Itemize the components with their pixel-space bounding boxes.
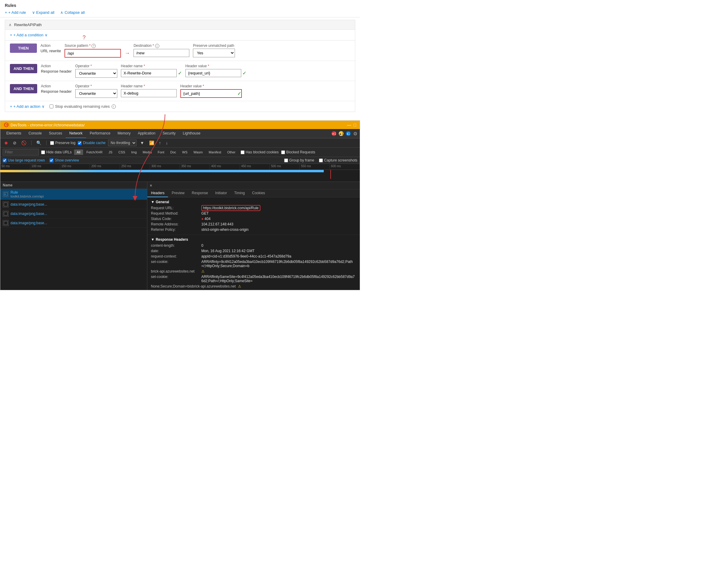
tab-sources[interactable]: Sources [45,129,66,138]
header-name-input-1[interactable] [121,69,177,77]
preserve-select[interactable]: Yes No [193,49,235,57]
add-action-button[interactable]: + + Add an action ∨ [10,104,45,109]
source-pattern-input[interactable] [65,50,120,57]
header-value-input-2[interactable] [181,90,236,97]
none-secure-key: None;Secure;Domain=bisbrick-api.azureweb… [151,284,236,288]
hide-data-urls-label[interactable]: Hide data URLs [41,150,72,154]
header-name-input-2[interactable] [121,89,177,97]
filter-tab-js[interactable]: JS [106,150,115,155]
blocked-cookies-checkbox[interactable] [241,150,244,154]
filter-tab-wasm[interactable]: Wasm [191,150,206,155]
list-item-img-1[interactable]: data:image/png;base... [0,200,147,209]
set-cookie-row-1: set-cookie: ARRAffinty=9c4f412a05eda3ba4… [151,259,356,269]
blocked-cookies-label[interactable]: Has blocked cookies [241,150,279,154]
export-button[interactable]: ↓ [165,140,169,146]
item-text-rule: Rule toolkit.bisbrick.com/api [10,190,44,198]
tab-memory[interactable]: Memory [114,129,134,138]
tab-network[interactable]: Network [66,129,86,138]
general-section-title[interactable]: ▼ General [151,200,356,204]
plus-icon: + [5,10,7,15]
expand-all-button[interactable]: ∨ Expand all [32,10,55,15]
show-overview-label[interactable]: Show overview [50,158,79,162]
and-then-badge-1[interactable]: AND THEN [10,64,37,73]
list-item-img-3[interactable]: data:image/png;base... [0,219,147,228]
show-overview-checkbox[interactable] [50,158,53,162]
clear-button[interactable]: 🚫 [20,140,28,146]
filter-tab-img[interactable]: Img [128,150,139,155]
set-cookie-val-2: ARRAffinitySameSite=9c4f412a05eda3ba410e… [201,275,356,283]
collapse-all-button[interactable]: ∧ Collapse all [60,10,85,15]
detail-tab-timing[interactable]: Timing [231,189,248,197]
maximize-button[interactable]: □ [354,123,356,127]
hide-data-urls-checkbox[interactable] [41,150,45,154]
minimize-button[interactable]: — [347,123,351,127]
preserve-log-checkbox[interactable] [50,141,54,145]
stop-eval-checkbox[interactable] [50,104,53,108]
preserve-log-label[interactable]: Preserve log [50,141,75,145]
filter-tab-doc[interactable]: Doc [168,150,179,155]
operator-select-1[interactable]: Overwrite Append Delete [75,69,117,78]
and-then-badge-2[interactable]: AND THEN [10,84,37,93]
gear-icon[interactable]: ⚙ [353,131,357,136]
blocked-requests-label[interactable]: Blocked Requests [281,150,315,154]
capture-screenshots-label[interactable]: Capture screenshots [319,158,357,162]
record-button[interactable]: ⏺ [3,140,9,146]
info-icon[interactable]: i [155,44,159,48]
tab-console[interactable]: Console [25,129,45,138]
filter-tab-all[interactable]: All [74,150,83,155]
operator-select-2[interactable]: Overwrite Append Delete [75,89,117,98]
general-section: ▼ General Request URL: https://toolkit.b… [147,198,360,235]
item-sub-rule: toolkit.bisbrick.com/api [10,195,44,198]
filter-tab-font[interactable]: Font [155,150,167,155]
operator-label-1: Operator * [75,64,117,68]
then-badge[interactable]: THEN [10,44,37,53]
header-value-input-1[interactable] [185,69,241,77]
search-button[interactable]: 🔍 [35,140,43,146]
tab-elements[interactable]: Elements [3,129,25,138]
blocked-requests-checkbox[interactable] [281,150,285,154]
tab-lighthouse[interactable]: Lighthouse [179,129,204,138]
disable-cache-checkbox[interactable] [78,141,82,145]
stop-eval-info-icon[interactable]: i [112,104,116,109]
tab-security[interactable]: Security [159,129,179,138]
filter-tab-css[interactable]: CSS [116,150,128,155]
throttle-down-icon[interactable]: ▼ [139,140,146,146]
tab-application[interactable]: Application [134,129,159,138]
destination-input[interactable] [133,49,189,57]
detail-close-button[interactable]: × [150,183,152,188]
large-rows-label[interactable]: Use large request rows [3,158,45,162]
detail-tab-cookies[interactable]: Cookies [248,189,268,197]
required-marker: * [89,44,90,48]
filter-tab-manifest[interactable]: Manifest [206,150,224,155]
filter-tab-media[interactable]: Media [140,150,155,155]
import-button[interactable]: ↑ [158,140,162,146]
group-by-frame-label[interactable]: Group by frame [284,158,314,162]
wifi-icon[interactable]: 📶 [148,140,155,146]
stop-button[interactable]: ⊘ [12,140,18,146]
list-item-rule[interactable]: R Rule toolkit.bisbrick.com/api [0,189,147,200]
filter-tab-other[interactable]: Other [225,150,238,155]
detail-tab-response[interactable]: Response [188,189,212,197]
filter-input[interactable] [3,149,39,155]
response-headers-title[interactable]: ▼ Response Headers [151,237,356,241]
list-item-img-2[interactable]: data:image/png;base... [0,209,147,219]
disable-cache-label[interactable]: Disable cache [78,141,105,145]
annotation-divider [0,114,360,120]
header-value-input-group-1: ✓ [185,69,246,77]
filter-tab-fetch[interactable]: Fetch/XHR [84,150,105,155]
large-rows-checkbox[interactable] [3,158,7,162]
info-icon[interactable]: ? [91,44,96,48]
detail-tab-initiator[interactable]: Initiator [212,189,231,197]
request-url-val: https://toolkit.bisbrick.com/api/Rule [201,206,260,210]
tab-performance[interactable]: Performance [86,129,114,138]
group-by-frame-checkbox[interactable] [284,158,288,162]
action-fields-then: Action URL rewrite Source pattern * ? ? … [41,44,350,58]
capture-screenshots-checkbox[interactable] [319,158,323,162]
add-rule-button[interactable]: + + Add rule [5,10,26,15]
add-condition-button[interactable]: + + Add a condition ∨ [10,33,48,37]
detail-tab-headers[interactable]: Headers [147,189,168,197]
throttle-select[interactable]: No throttling [108,139,136,146]
filter-tab-ws[interactable]: WS [179,150,190,155]
detail-tab-preview[interactable]: Preview [168,189,188,197]
action-field-group-3: Action Response header [41,84,72,98]
